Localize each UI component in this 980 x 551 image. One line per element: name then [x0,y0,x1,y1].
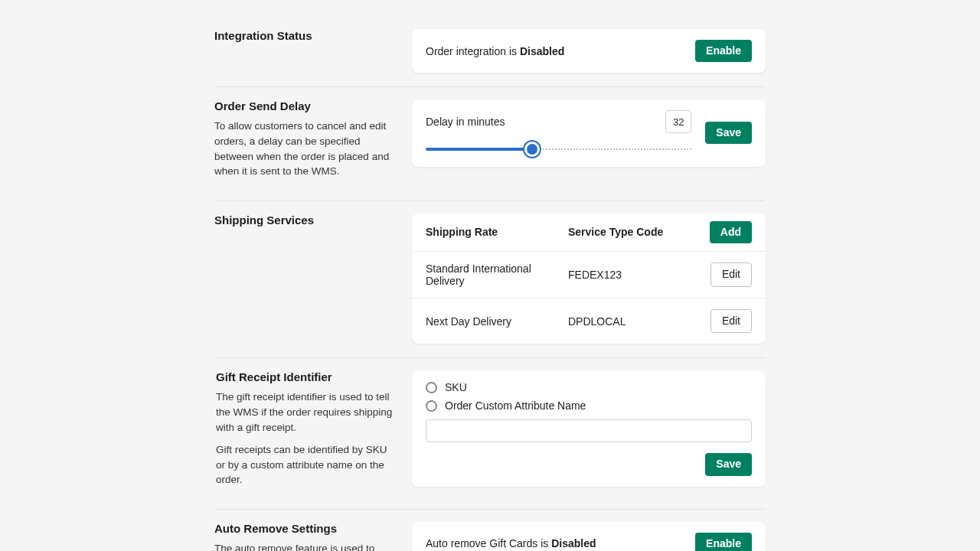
gift-receipt-desc1: The gift receipt identifier is used to t… [216,390,397,435]
integration-status-title: Integration Status [214,29,397,42]
shipping-rate-header: Shipping Rate [426,226,568,238]
gift-option-custom-attr[interactable]: Order Custom Attribute Name [426,399,752,412]
shipping-row: Next Day Delivery DPDLOCAL Edit [412,298,766,344]
integration-status-text: Order integration is Disabled [426,45,564,57]
integration-status-prefix: Order integration is [426,45,520,57]
slider-thumb[interactable] [524,142,540,157]
add-shipping-button[interactable]: Add [710,221,752,243]
gift-identifier-input[interactable] [426,419,752,442]
shipping-code-value: FEDEX123 [568,269,710,281]
gift-option-sku-label: SKU [445,381,467,393]
gift-option-sku[interactable]: SKU [426,381,752,393]
auto-remove-status-text: Auto remove Gift Cards is Disabled [426,537,596,549]
auto-remove-desc1: The auto remove feature is used to speci… [214,541,397,551]
service-code-header: Service Type Code [568,226,710,238]
save-delay-button[interactable]: Save [705,122,752,144]
shipping-table: Shipping Rate Service Type Code Add Stan… [412,214,766,344]
slider-fill [426,148,532,151]
delay-card: Delay in minutes 32 Save [412,99,766,167]
enable-auto-remove-button[interactable]: Enable [695,533,752,551]
delay-label: Delay in minutes [426,116,505,128]
shipping-rate-value: Next Day Delivery [426,315,568,328]
auto-remove-status-state: Disabled [551,537,596,549]
delay-value: 32 [665,110,691,133]
shipping-rate-value: Standard International Delivery [426,262,568,287]
auto-remove-status-prefix: Auto remove Gift Cards is [426,537,551,549]
integration-status-card: Order integration is Disabled Enable [412,29,766,73]
enable-integration-button[interactable]: Enable [695,40,752,62]
shipping-row: Standard International Delivery FEDEX123… [412,251,766,298]
auto-remove-title: Auto Remove Settings [214,522,397,535]
gift-option-custom-attr-label: Order Custom Attribute Name [445,399,586,412]
save-gift-button[interactable]: Save [705,453,752,475]
order-send-delay-desc: To allow customers to cancel and edit or… [214,119,397,178]
gift-receipt-title: Gift Receipt Identifier [216,370,397,383]
order-send-delay-title: Order Send Delay [214,99,397,112]
gift-receipt-desc2: Gift receipts can be identified by SKU o… [216,442,397,487]
radio-icon [426,400,437,412]
delay-slider[interactable] [426,144,691,155]
shipping-services-title: Shipping Services [214,214,397,227]
edit-shipping-button[interactable]: Edit [710,262,752,286]
edit-shipping-button[interactable]: Edit [710,309,752,333]
auto-remove-gift-card-status: Auto remove Gift Cards is Disabled Enabl… [412,522,766,551]
integration-status-state: Disabled [520,45,564,57]
gift-card: SKU Order Custom Attribute Name Save [412,370,766,486]
shipping-code-value: DPDLOCAL [568,315,710,328]
radio-icon [426,382,437,393]
